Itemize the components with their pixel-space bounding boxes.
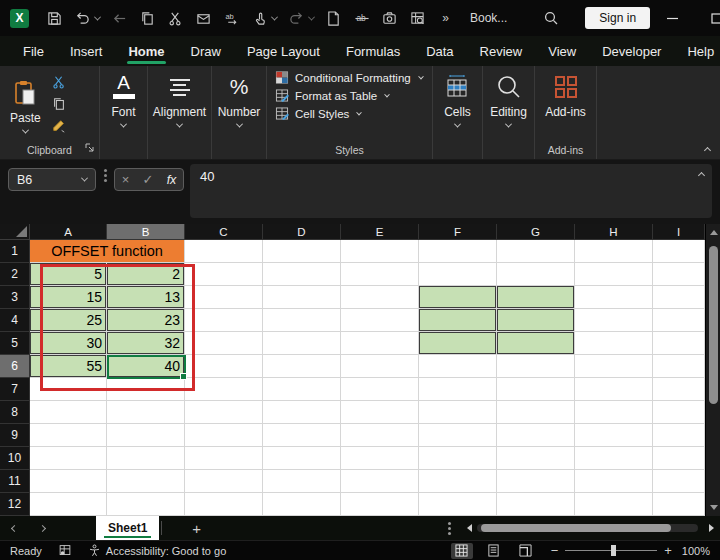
column-header-A[interactable]: A — [30, 224, 107, 240]
cell-F7[interactable] — [419, 378, 497, 401]
cell-B9[interactable] — [107, 424, 185, 447]
new-file-icon[interactable] — [325, 10, 342, 27]
cell-H2[interactable] — [575, 263, 653, 286]
cell-D4[interactable] — [263, 309, 341, 332]
cell-C8[interactable] — [185, 401, 263, 424]
cell-C12[interactable] — [185, 493, 263, 516]
select-all-corner[interactable] — [0, 224, 30, 240]
cell-H12[interactable] — [575, 493, 653, 516]
cell-A3[interactable]: 15 — [30, 286, 107, 309]
font-button[interactable]: A Font — [107, 66, 141, 128]
touch-mode-icon[interactable] — [251, 10, 268, 27]
cell-G3[interactable] — [497, 286, 575, 309]
add-sheet-button[interactable]: + — [192, 520, 201, 537]
number-button[interactable]: % Number — [218, 66, 261, 128]
cell-C11[interactable] — [185, 470, 263, 493]
row-header-12[interactable]: 12 — [0, 493, 30, 516]
formula-bar-handle-icon[interactable] — [104, 174, 107, 177]
cell-I9[interactable] — [653, 424, 705, 447]
macro-record-icon[interactable] — [58, 544, 72, 557]
row-header-1[interactable]: 1 — [0, 240, 30, 263]
format-painter-button[interactable] — [49, 118, 69, 134]
editing-button[interactable]: Editing — [490, 66, 527, 128]
cell-G10[interactable] — [497, 447, 575, 470]
redo-dropdown-icon[interactable] — [308, 13, 315, 20]
column-header-F[interactable]: F — [419, 224, 497, 240]
cell-B12[interactable] — [107, 493, 185, 516]
cell-C1[interactable] — [185, 240, 263, 263]
cell-D9[interactable] — [263, 424, 341, 447]
cell-A9[interactable] — [30, 424, 107, 447]
formula-bar-collapse-icon[interactable] — [698, 172, 705, 179]
zoom-slider[interactable] — [565, 550, 657, 551]
cell-F9[interactable] — [419, 424, 497, 447]
cell-G8[interactable] — [497, 401, 575, 424]
cell-D7[interactable] — [263, 378, 341, 401]
tab-review[interactable]: Review — [467, 36, 536, 66]
cell-I4[interactable] — [653, 309, 705, 332]
collapse-ribbon-icon[interactable] — [704, 147, 711, 154]
cell-F6[interactable] — [419, 355, 497, 378]
cell-E10[interactable] — [341, 447, 419, 470]
scroll-up-icon[interactable] — [710, 230, 718, 235]
conditional-formatting-button[interactable]: Conditional Formatting — [267, 66, 423, 84]
strikethrough-icon[interactable]: ab — [353, 10, 370, 27]
cell-D8[interactable] — [263, 401, 341, 424]
cell-E6[interactable] — [341, 355, 419, 378]
cell-G1[interactable] — [497, 240, 575, 263]
cell-A10[interactable] — [30, 447, 107, 470]
cells-button[interactable]: Cells — [444, 66, 471, 128]
cell-E3[interactable] — [341, 286, 419, 309]
column-header-H[interactable]: H — [575, 224, 653, 240]
email-draft-icon[interactable] — [195, 10, 212, 27]
cell-G7[interactable] — [497, 378, 575, 401]
more-commands-icon[interactable]: » — [437, 10, 454, 27]
cell-G6[interactable] — [497, 355, 575, 378]
cell-D6[interactable] — [263, 355, 341, 378]
paste-button[interactable]: Paste — [10, 72, 41, 134]
enter-icon[interactable]: ✓ — [142, 172, 153, 187]
row-header-5[interactable]: 5 — [0, 332, 30, 355]
row-header-11[interactable]: 11 — [0, 470, 30, 493]
cell-B7[interactable] — [107, 378, 185, 401]
cell-B3[interactable]: 13 — [107, 286, 185, 309]
tab-formulas[interactable]: Formulas — [333, 36, 413, 66]
tab-help[interactable]: Help — [674, 36, 720, 66]
cell-styles-button[interactable]: Cell Styles — [267, 102, 361, 120]
tab-file[interactable]: File — [10, 36, 57, 66]
scroll-right-icon[interactable] — [709, 524, 714, 532]
scroll-down-icon[interactable] — [710, 505, 718, 510]
cell-I10[interactable] — [653, 447, 705, 470]
cell-F10[interactable] — [419, 447, 497, 470]
cell-D5[interactable] — [263, 332, 341, 355]
cell-G12[interactable] — [497, 493, 575, 516]
save-icon[interactable] — [46, 10, 63, 27]
formula-input[interactable]: 40 — [190, 164, 712, 218]
cell-H7[interactable] — [575, 378, 653, 401]
alignment-button[interactable]: Alignment — [153, 66, 206, 128]
cell-C7[interactable] — [185, 378, 263, 401]
cell-C10[interactable] — [185, 447, 263, 470]
clipboard-dialog-launcher-icon[interactable] — [85, 138, 94, 156]
cell-I11[interactable] — [653, 470, 705, 493]
cell-I5[interactable] — [653, 332, 705, 355]
cell-A5[interactable]: 30 — [30, 332, 107, 355]
cell-E1[interactable] — [341, 240, 419, 263]
cell-E12[interactable] — [341, 493, 419, 516]
cell-A6[interactable]: 55 — [30, 355, 107, 378]
translate-icon[interactable]: ab — [223, 10, 240, 27]
accessibility-icon[interactable] — [88, 544, 101, 557]
cell-E7[interactable] — [341, 378, 419, 401]
column-header-E[interactable]: E — [341, 224, 419, 240]
cell-A12[interactable] — [30, 493, 107, 516]
row-header-8[interactable]: 8 — [0, 401, 30, 424]
column-header-B[interactable]: B — [107, 224, 185, 240]
format-as-table-button[interactable]: Format as Table — [267, 84, 389, 102]
cell-C3[interactable] — [185, 286, 263, 309]
sign-in-button[interactable]: Sign in — [585, 7, 650, 29]
horizontal-scroll-thumb[interactable] — [481, 524, 671, 532]
cell-A7[interactable] — [30, 378, 107, 401]
cell-E2[interactable] — [341, 263, 419, 286]
zoom-out-button[interactable]: − — [551, 543, 559, 558]
cell-H10[interactable] — [575, 447, 653, 470]
